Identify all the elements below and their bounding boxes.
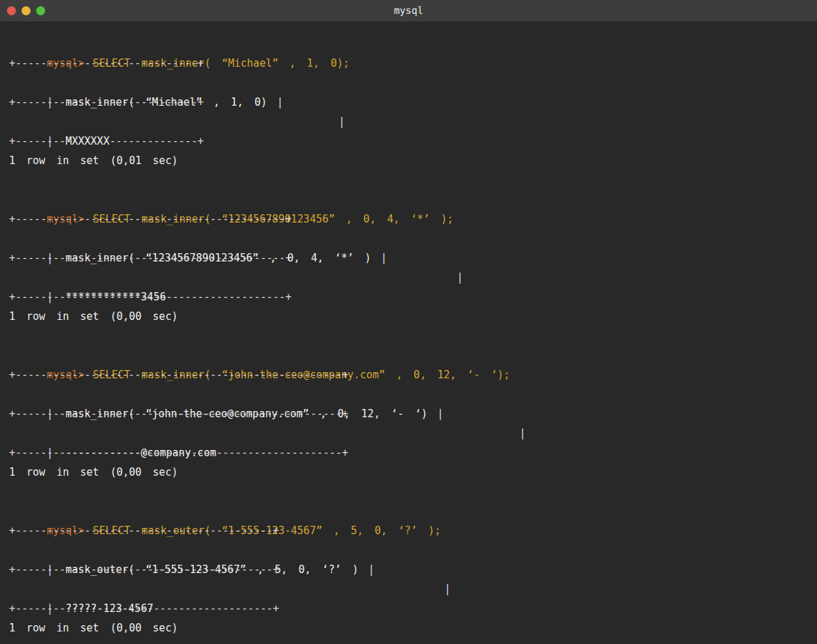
table-border: +---------------------------------------… <box>0 404 817 424</box>
table-value-row: |MXXXXXX| <box>0 112 817 131</box>
table-border: +-----------------------------+ <box>0 131 817 151</box>
table-border: +---------------------------------------… <box>0 209 817 229</box>
pipe-glyph: | <box>457 268 463 287</box>
pipe-glyph: | <box>519 424 526 443</box>
table-border: +---------------------------------------… <box>0 560 817 579</box>
terminal-content[interactable]: mysql>SELECT mask_inner( “Michael” , 1, … <box>0 22 817 638</box>
query-block-3: mysql>SELECT mask_inner( “john-the-ceo@c… <box>0 346 817 482</box>
table-header-row: |mask_inner( “john-the-ceo@company.com” … <box>0 385 817 404</box>
window-title: mysql <box>0 0 817 22</box>
command-line: mysql>SELECT mask_inner( “Michael” , 1, … <box>0 34 817 54</box>
table-border: +-----------------------------+ <box>0 92 817 112</box>
query-block-4: mysql>SELECT mask_outer( “1-555-123-4567… <box>0 501 817 638</box>
table-header-row: |mask_outer( “1-555-123-4567” , 5, 0, ‘?… <box>0 540 817 560</box>
command-line: mysql>SELECT mask_inner( “12345678901234… <box>0 190 817 209</box>
window-titlebar: mysql <box>0 0 817 22</box>
status-line: 1 row in set (0,00 sec) <box>0 462 817 482</box>
table-header-row: |mask_inner( “1234567890123456” , 0, 4, … <box>0 229 817 248</box>
table-border: +---------------------------------------… <box>0 287 817 307</box>
table-value-row: |************3456| <box>0 268 817 287</box>
status-line: 1 row in set (0,01 sec) <box>0 151 817 170</box>
query-block-1: mysql>SELECT mask_inner( “Michael” , 1, … <box>0 34 817 170</box>
table-value-row: |?????-123-4567| <box>0 579 817 599</box>
status-line: 1 row in set (0,00 sec) <box>0 618 817 638</box>
table-border: +-----------------------------+ <box>0 54 817 73</box>
pipe-glyph: | <box>444 579 451 599</box>
table-border: +---------------------------------------… <box>0 443 817 462</box>
table-border: +---------------------------------------… <box>0 521 817 540</box>
pipe-glyph: | <box>339 112 345 131</box>
table-border: +---------------------------------------… <box>0 248 817 268</box>
command-line: mysql>SELECT mask_outer( “1-555-123-4567… <box>0 501 817 521</box>
command-line: mysql>SELECT mask_inner( “john-the-ceo@c… <box>0 346 817 365</box>
table-border: +---------------------------------------… <box>0 599 817 618</box>
query-block-2: mysql>SELECT mask_inner( “12345678901234… <box>0 190 817 326</box>
table-header-row: |mask_inner( “Michael” , 1, 0)| <box>0 73 817 92</box>
table-border: +---------------------------------------… <box>0 365 817 385</box>
status-line: 1 row in set (0,00 sec) <box>0 307 817 326</box>
table-value-row: |------------@company.com| <box>0 424 817 443</box>
